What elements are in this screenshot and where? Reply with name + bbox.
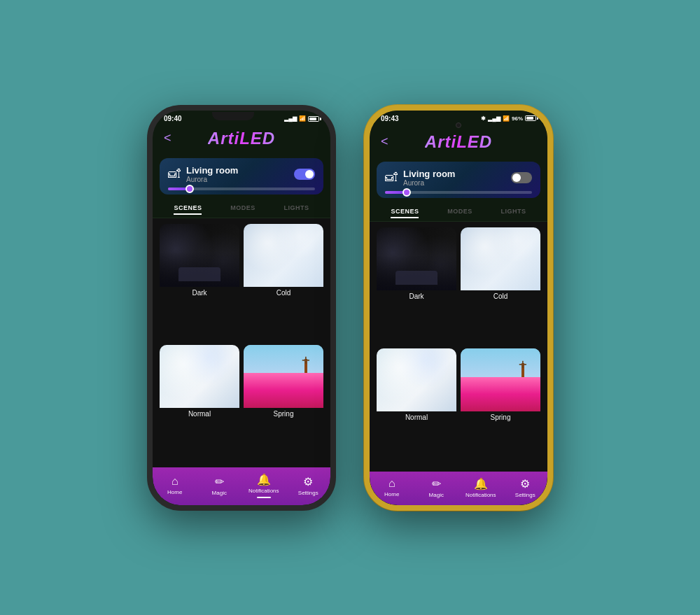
notch-1 [212,112,254,120]
tab-lights-1[interactable]: LIGHTS [284,204,309,215]
tab-modes-1[interactable]: MODES [230,204,255,215]
tab-scenes-2[interactable]: SCENES [391,208,419,218]
status-time-1: 09:40 [164,115,182,122]
signal-icon-2: ▂▄▆ [488,115,500,122]
back-button-2[interactable]: < [381,134,388,149]
nav-notifications-label-1: Notifications [248,488,279,494]
signal-icon-1: ▂▄▆ [284,115,297,122]
toggle-knob-2 [512,174,521,182]
room-text-1: Living room Aurora [186,165,238,183]
scene-normal-label-2: Normal [377,411,456,423]
scene-cold-2[interactable]: Cold [461,227,540,345]
windmill-2: ✛ [522,363,524,377]
room-subtitle-1: Aurora [186,176,238,183]
status-icons-2: ✱ ▂▄▆ 📶 96% [481,115,536,122]
room-name-2: Living room [403,169,455,179]
wifi-icon-1: 📶 [299,115,306,122]
room-text-2: Living room Aurora [403,169,455,187]
nav-magic-1[interactable]: ✏ Magic [200,475,239,496]
home-icon-1: ⌂ [172,475,178,488]
status-icons-1: ▂▄▆ 📶 [284,115,319,122]
nav-magic-label-1: Magic [212,490,227,496]
scene-spring-label-1: Spring [244,408,323,419]
tab-lights-2[interactable]: LIGHTS [501,208,526,218]
phones-container: 09:40 ▂▄▆ 📶 < ArtiLED 🛋 [147,105,553,511]
battery-text-2: 96% [512,115,523,122]
sofa-icon-1: 🛋 [168,167,181,181]
scene-dark-1[interactable]: Dark [160,224,239,341]
tabs-1: SCENES MODES LIGHTS [153,199,330,218]
nav-notifications-label-2: Notifications [465,492,496,498]
room-card-1: 🛋 Living room Aurora [160,158,323,195]
brightness-bar-2[interactable] [385,191,532,194]
nav-home-label-1: Home [167,489,182,495]
nav-indicator-1 [257,497,271,498]
scene-normal-1[interactable]: Normal [160,345,239,462]
room-card-2: 🛋 Living room Aurora [377,162,540,198]
scenes-grid-2: Dark Cold Normal ✛ [370,222,547,472]
scene-normal-2[interactable]: Normal [377,348,456,466]
battery-icon-2 [525,115,536,121]
phone-2: 09:43 ✱ ▂▄▆ 📶 96% < ArtiLED [364,105,553,511]
toggle-knob-1 [305,170,314,178]
room-toggle-1[interactable] [294,169,315,180]
scene-dark-2[interactable]: Dark [377,227,456,345]
nav-notifications-1[interactable]: 🔔 Notifications [244,473,283,498]
nav-home-1[interactable]: ⌂ Home [155,475,194,495]
room-card-top-2: 🛋 Living room Aurora [385,169,532,187]
scene-cold-1[interactable]: Cold [244,224,323,341]
room-name-1: Living room [186,165,238,176]
scenes-grid-1: Dark Cold Normal ✛ [153,218,330,467]
room-subtitle-2: Aurora [403,179,455,187]
app-logo-1: ArtiLED [208,129,275,148]
tab-modes-2[interactable]: MODES [447,208,472,218]
bell-icon-2: 🔔 [474,477,488,490]
room-info-2: 🛋 Living room Aurora [385,169,455,187]
nav-settings-label-1: Settings [298,490,318,496]
app-header-2: < ArtiLED [370,129,547,157]
room-info-1: 🛋 Living room Aurora [168,165,238,183]
nav-notifications-2[interactable]: 🔔 Notifications [461,477,500,498]
battery-icon-1 [308,116,319,122]
nav-home-label-2: Home [384,491,399,497]
bluetooth-icon-2: ✱ [481,115,486,122]
nav-settings-2[interactable]: ⚙ Settings [506,477,545,498]
brightness-bar-1[interactable] [168,188,315,190]
scene-normal-label-1: Normal [160,408,239,419]
scene-cold-label-1: Cold [244,287,323,298]
home-icon-2: ⌂ [388,477,396,490]
phone-1: 09:40 ▂▄▆ 📶 < ArtiLED 🛋 [147,105,336,511]
app-header-1: < ArtiLED [153,126,330,154]
scene-dark-label-2: Dark [377,290,456,302]
wifi-icon-2: 📶 [503,115,510,122]
room-toggle-2[interactable] [511,172,532,183]
magic-icon-1: ✏ [215,475,224,488]
magic-icon-2: ✏ [432,477,441,490]
nav-settings-1[interactable]: ⚙ Settings [289,475,328,496]
settings-icon-1: ⚙ [303,475,313,488]
brightness-handle-1 [186,185,194,193]
nav-magic-2[interactable]: ✏ Magic [417,477,456,498]
sofa-icon-2: 🛋 [385,170,398,185]
camera-dot-2 [456,122,461,128]
bell-icon-1: 🔔 [257,473,271,486]
scene-spring-1[interactable]: ✛ Spring [244,345,323,462]
app-logo-2: ArtiLED [425,132,492,152]
phone-1-screen: 09:40 ▂▄▆ 📶 < ArtiLED 🛋 [153,111,330,505]
scene-spring-label-2: Spring [461,411,540,423]
settings-icon-2: ⚙ [520,477,530,490]
nav-home-2[interactable]: ⌂ Home [372,477,411,497]
windmill-1: ✛ [304,359,307,373]
back-button-1[interactable]: < [164,131,172,146]
nav-settings-label-2: Settings [515,492,536,498]
phone-2-screen: 09:43 ✱ ▂▄▆ 📶 96% < ArtiLED [370,111,547,505]
bottom-nav-2: ⌂ Home ✏ Magic 🔔 Notifications ⚙ Setting… [370,472,547,505]
tab-scenes-1[interactable]: SCENES [174,204,202,215]
scene-dark-label-1: Dark [160,287,239,298]
status-bar-1: 09:40 ▂▄▆ 📶 [153,111,330,126]
scene-spring-2[interactable]: ✛ Spring [461,348,540,466]
tabs-2: SCENES MODES LIGHTS [370,202,547,222]
status-time-2: 09:43 [381,115,399,122]
scene-cold-label-2: Cold [461,290,540,302]
bottom-nav-1: ⌂ Home ✏ Magic 🔔 Notifications ⚙ Setting… [153,467,330,505]
